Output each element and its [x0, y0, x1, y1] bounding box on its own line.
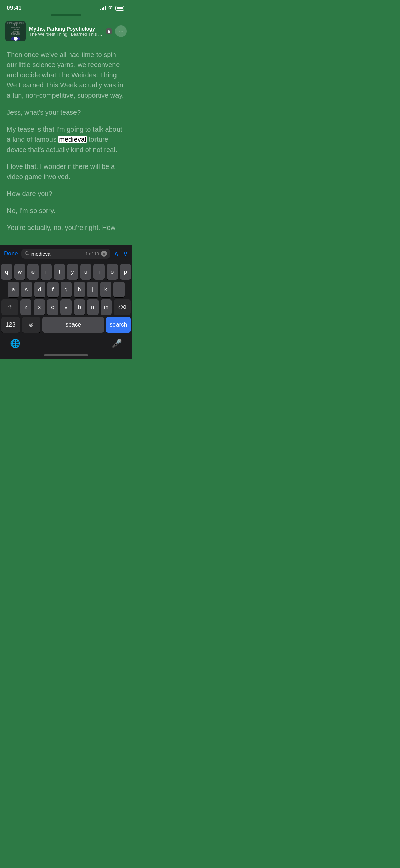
key-i[interactable]: i	[93, 264, 105, 280]
key-u[interactable]: u	[80, 264, 91, 280]
key-f[interactable]: f	[47, 282, 59, 297]
keyboard-row-2: a s d f g h j k l	[0, 280, 132, 297]
key-c[interactable]: c	[47, 299, 58, 315]
search-button[interactable]: search	[106, 317, 131, 333]
podcast-info: Myths, Parking Psychology The Weirdest T…	[29, 26, 103, 37]
battery-icon	[115, 6, 125, 11]
key-m[interactable]: m	[101, 299, 112, 315]
signal-icon	[100, 6, 106, 10]
more-button[interactable]: ···	[115, 25, 127, 37]
podcast-header: POPULAR SCIENCETHEWEIRDESTTHING ILEARNED…	[0, 18, 132, 44]
number-key[interactable]: 123	[1, 317, 20, 333]
svg-line-1	[28, 254, 29, 255]
key-d[interactable]: d	[34, 282, 45, 297]
key-t[interactable]: t	[54, 264, 65, 280]
find-search-field[interactable]: medieval 1 of 13 ×	[21, 249, 110, 259]
key-n[interactable]: n	[87, 299, 98, 315]
find-input-value[interactable]: medieval	[31, 251, 84, 257]
find-nav-arrows: ∧ ∨	[114, 250, 128, 257]
podcast-show-name: The Weirdest Thing I Learned This We	[29, 32, 103, 37]
microphone-icon[interactable]: 🎤	[112, 339, 122, 348]
key-h[interactable]: h	[74, 282, 85, 297]
delete-key[interactable]: ⌫	[114, 299, 131, 315]
podcast-thumbnail[interactable]: POPULAR SCIENCETHEWEIRDESTTHING ILEARNED…	[5, 21, 26, 41]
key-e[interactable]: e	[27, 264, 39, 280]
status-time: 09:41	[7, 5, 21, 12]
shift-key[interactable]: ⇧	[1, 299, 18, 315]
key-s[interactable]: s	[21, 282, 32, 297]
find-count: 1 of 13	[85, 251, 99, 256]
transcript-highlight-word: medieval	[58, 136, 87, 143]
more-dots-icon: ···	[119, 28, 123, 35]
find-clear-button[interactable]: ×	[101, 251, 107, 257]
key-q[interactable]: q	[1, 264, 12, 280]
podcast-episode-title: Myths, Parking Psychology	[29, 26, 103, 32]
key-w[interactable]: w	[14, 264, 25, 280]
home-bar	[44, 354, 88, 356]
bottom-bar: 🌐 🎤	[0, 336, 132, 352]
podcast-thumb-label: POPULAR SCIENCETHEWEIRDESTTHING ILEARNED…	[7, 22, 24, 35]
transcript-paragraph-3: My tease is that I'm going to talk about…	[7, 124, 125, 155]
find-toolbar: Done medieval 1 of 13 × ∧ ∨	[0, 245, 132, 262]
drag-handle	[51, 14, 81, 16]
explicit-badge: E	[106, 28, 112, 34]
key-k[interactable]: k	[100, 282, 111, 297]
status-icons	[100, 6, 125, 11]
key-a[interactable]: a	[8, 282, 19, 297]
podcast-thumb-eye	[11, 37, 20, 41]
key-r[interactable]: r	[41, 264, 52, 280]
key-g[interactable]: g	[61, 282, 72, 297]
find-next-button[interactable]: ∨	[123, 250, 128, 257]
transcript-area: Then once we've all had time to spin our…	[0, 44, 132, 245]
find-prev-button[interactable]: ∧	[114, 250, 119, 257]
transcript-paragraph-7: You're actually, no, you're right. How	[7, 222, 125, 233]
key-b[interactable]: b	[74, 299, 85, 315]
transcript-paragraph-2: Jess, what's your tease?	[7, 107, 125, 117]
keyboard-row-4: 123 ☺ space search	[0, 315, 132, 335]
keyboard-row-3: ⇧ z x c v b n m ⌫	[0, 297, 132, 315]
keyboard: q w e r t y u i o p a s d f g h j k l ⇧ …	[0, 262, 132, 336]
status-bar: 09:41	[0, 0, 132, 14]
key-y[interactable]: y	[67, 264, 78, 280]
globe-icon[interactable]: 🌐	[10, 339, 20, 348]
keyboard-row-1: q w e r t y u i o p	[0, 262, 132, 280]
key-l[interactable]: l	[113, 282, 125, 297]
podcast-badges: E	[106, 28, 112, 34]
transcript-paragraph-4: I love that. I wonder if there will be a…	[7, 161, 125, 182]
key-p[interactable]: p	[120, 264, 131, 280]
key-o[interactable]: o	[107, 264, 118, 280]
transcript-paragraph-1: Then once we've all had time to spin our…	[7, 50, 125, 100]
key-j[interactable]: j	[87, 282, 98, 297]
space-key[interactable]: space	[42, 317, 104, 333]
transcript-paragraph-6: No, I'm so sorry.	[7, 205, 125, 216]
key-v[interactable]: v	[60, 299, 71, 315]
wifi-icon	[108, 6, 113, 11]
key-x[interactable]: x	[34, 299, 45, 315]
find-search-icon	[25, 251, 29, 257]
key-z[interactable]: z	[20, 299, 31, 315]
home-indicator	[0, 352, 132, 359]
emoji-key[interactable]: ☺	[22, 317, 41, 333]
done-button[interactable]: Done	[4, 250, 18, 257]
transcript-paragraph-5: How dare you?	[7, 189, 125, 199]
